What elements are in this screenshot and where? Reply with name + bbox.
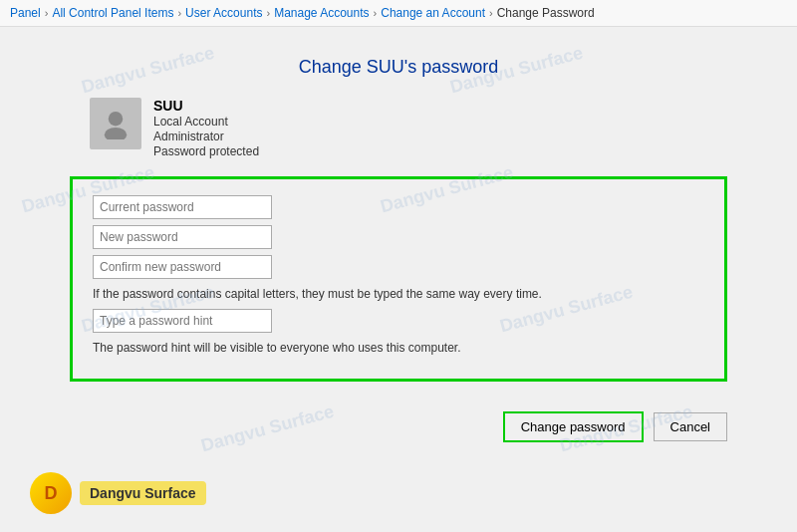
- cancel-button[interactable]: Cancel: [654, 412, 727, 441]
- hint-visibility-note: The password hint will be visible to eve…: [93, 341, 551, 355]
- breadcrumb-sep-3: ›: [266, 7, 270, 19]
- breadcrumb-sep-2: ›: [177, 7, 181, 19]
- breadcrumb-sep-4: ›: [374, 7, 378, 19]
- new-password-input[interactable]: [93, 225, 272, 249]
- user-info: SUU Local Account Administrator Password…: [60, 98, 737, 158]
- page-title: Change SUU's password: [60, 57, 737, 78]
- breadcrumb-sep-1: ›: [45, 7, 49, 19]
- breadcrumb: Panel › All Control Panel Items › User A…: [0, 0, 797, 27]
- confirm-password-input[interactable]: [93, 255, 272, 279]
- svg-point-0: [109, 112, 123, 126]
- password-hint-input[interactable]: [93, 309, 272, 333]
- breadcrumb-panel[interactable]: Panel: [10, 6, 41, 20]
- logo-icon: D: [30, 472, 72, 514]
- capital-letters-note: If the password contains capital letters…: [93, 287, 551, 301]
- user-details: SUU Local Account Administrator Password…: [153, 98, 259, 158]
- form-container: If the password contains capital letters…: [70, 176, 727, 382]
- breadcrumb-current: Change Password: [497, 6, 595, 20]
- user-role: Administrator: [153, 130, 259, 143]
- main-content: Change SUU's password SUU Local Account …: [0, 27, 797, 472]
- svg-point-1: [105, 128, 127, 139]
- breadcrumb-all-control[interactable]: All Control Panel Items: [52, 6, 173, 20]
- logo-text: Dangvu Surface: [80, 481, 206, 505]
- breadcrumb-user-accounts[interactable]: User Accounts: [185, 6, 262, 20]
- user-name: SUU: [153, 98, 259, 114]
- breadcrumb-change-account[interactable]: Change an Account: [381, 6, 485, 20]
- avatar: [90, 98, 141, 149]
- buttons-area: Change password Cancel: [60, 411, 737, 442]
- current-password-input[interactable]: [93, 195, 272, 219]
- bottom-logo: D Dangvu Surface: [30, 472, 206, 514]
- user-account-type: Local Account: [153, 115, 259, 129]
- avatar-icon: [100, 108, 132, 139]
- change-password-button[interactable]: Change password: [503, 411, 644, 442]
- user-password-status: Password protected: [153, 144, 259, 158]
- breadcrumb-manage-accounts[interactable]: Manage Accounts: [274, 6, 369, 20]
- breadcrumb-sep-5: ›: [489, 7, 493, 19]
